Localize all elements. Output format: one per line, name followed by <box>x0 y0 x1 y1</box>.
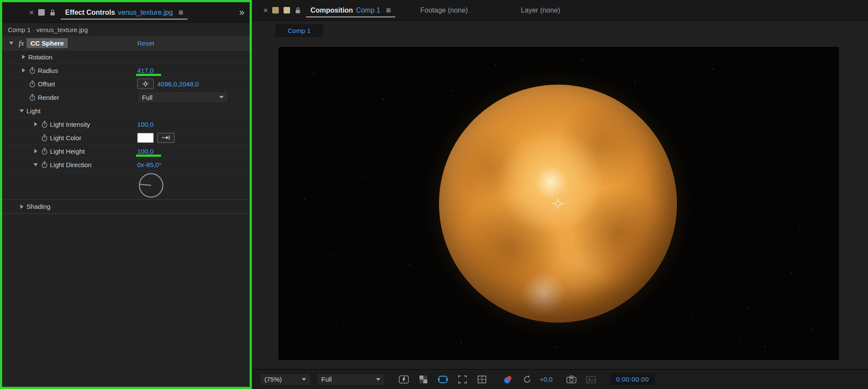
property-row-render: Render Full <box>2 91 250 104</box>
panel-color-swatch-2 <box>284 7 290 13</box>
chevron-right-icon[interactable] <box>32 122 40 126</box>
reset-exposure-icon[interactable] <box>520 373 534 386</box>
chevron-down-icon[interactable] <box>7 42 15 45</box>
mask-visibility-icon[interactable] <box>436 373 450 386</box>
chevron-right-icon[interactable] <box>20 68 27 73</box>
close-panel-icon[interactable]: × <box>263 0 272 20</box>
render-dropdown-wrap: Full <box>137 92 228 103</box>
snapshot-camera-icon[interactable] <box>564 373 578 386</box>
magnification-dropdown[interactable]: (75%) <box>260 373 311 386</box>
magnification-value: (75%) <box>264 376 282 383</box>
property-label: Light Intensity <box>50 121 90 128</box>
starfield <box>278 47 279 48</box>
group-row-shading: Shading <box>2 199 250 214</box>
stopwatch-icon[interactable] <box>27 94 37 101</box>
tab-layer[interactable]: Layer (none) <box>521 0 560 20</box>
property-label: Light Direction <box>50 161 92 168</box>
point-control-icon[interactable] <box>137 79 154 89</box>
light-intensity-value[interactable]: 100,0 <box>137 121 154 128</box>
property-row-light-height: Light Height 100,0 <box>2 145 250 158</box>
fast-previews-button[interactable] <box>397 373 411 386</box>
property-row-light-intensity: Light Intensity 100,0 <box>2 118 250 131</box>
show-snapshot-icon[interactable] <box>584 373 598 386</box>
property-label: Render <box>38 94 59 101</box>
group-label: Light <box>26 107 41 115</box>
light-direction-value[interactable]: 0x-85,0° <box>137 161 162 168</box>
property-label: Light Color <box>50 134 82 142</box>
close-panel-icon[interactable]: × <box>29 2 38 23</box>
stopwatch-icon[interactable] <box>40 161 49 168</box>
composition-frame[interactable] <box>278 47 839 360</box>
composition-panel: × Composition Comp 1 ≡ Footage (none) La… <box>252 0 868 389</box>
effect-controls-panel: × Effect Controls venus_texture.jpg ≡ » … <box>0 0 252 389</box>
tab-document-name: venus_texture.jpg <box>118 9 173 16</box>
render-dropdown[interactable]: Full <box>137 92 228 103</box>
light-height-value-underline <box>136 155 161 157</box>
viewer-tab-comp1[interactable]: Comp 1 <box>275 24 323 37</box>
panel-menu-icon[interactable]: ≡ <box>386 6 391 15</box>
light-color-controls <box>137 133 175 143</box>
chevron-down-icon <box>376 378 380 381</box>
effect-header-cc-sphere: fx CC Sphere Reset <box>2 36 250 50</box>
effect-controls-tabbar: × Effect Controls venus_texture.jpg ≡ » <box>2 2 250 23</box>
eyedropper-icon[interactable] <box>157 133 175 143</box>
tab-overflow-icon[interactable]: » <box>239 7 250 18</box>
property-row-rotation: Rotation <box>2 50 250 64</box>
effect-controls-context: Comp 1 · venus_texture.jpg <box>2 23 250 36</box>
tab-document-name: Comp 1 <box>356 7 380 14</box>
property-row-light-direction: Light Direction 0x-85,0° <box>2 158 250 171</box>
stopwatch-icon[interactable] <box>40 134 49 142</box>
chevron-down-icon[interactable] <box>32 163 40 166</box>
chevron-right-icon[interactable] <box>18 204 26 209</box>
light-height-value[interactable]: 100,0 <box>137 148 154 155</box>
grid-guides-icon[interactable] <box>475 373 489 386</box>
chevron-right-icon[interactable] <box>32 149 40 153</box>
fx-badge-icon[interactable]: fx <box>19 39 24 48</box>
stopwatch-icon[interactable] <box>40 121 49 128</box>
composition-tabbar: × Composition Comp 1 ≡ Footage (none) La… <box>252 0 868 21</box>
light-color-swatch[interactable] <box>137 133 154 143</box>
tab-footage[interactable]: Footage (none) <box>420 0 468 20</box>
property-row-light-color: Light Color <box>2 131 250 145</box>
render-dropdown-value: Full <box>142 94 152 101</box>
lock-icon[interactable] <box>50 2 56 23</box>
radius-value[interactable]: 417,0 <box>137 67 154 74</box>
property-row-offset: Offset 4096,0,2048,0 <box>2 77 250 91</box>
effect-name[interactable]: CC Sphere <box>26 38 68 48</box>
direction-dial[interactable] <box>138 172 164 198</box>
resolution-value: Full <box>321 376 332 383</box>
composition-viewport[interactable] <box>252 37 868 369</box>
chevron-down-icon[interactable] <box>18 109 26 112</box>
group-label: Shading <box>26 203 50 210</box>
stopwatch-icon[interactable] <box>27 67 37 74</box>
composition-toolbar: (75%) Full <box>252 369 868 389</box>
tab-title: Effect Controls <box>65 9 115 16</box>
property-label: Offset <box>38 80 55 88</box>
radius-value-underline <box>136 74 161 76</box>
viewer-tab-strip: Comp 1 <box>252 21 868 37</box>
tab-composition[interactable]: Composition Comp 1 ≡ <box>305 0 396 20</box>
color-channels-icon[interactable] <box>501 373 515 386</box>
anchor-point-icon[interactable] <box>552 198 564 210</box>
reset-effect-link[interactable]: Reset <box>137 40 154 47</box>
exposure-value[interactable]: +0,0 <box>540 376 553 383</box>
chevron-down-icon <box>302 378 306 381</box>
group-row-light: Light <box>2 104 250 118</box>
property-label: Rotation <box>28 53 53 61</box>
chevron-right-icon[interactable] <box>20 55 27 59</box>
resolution-dropdown[interactable]: Full <box>317 373 385 386</box>
lock-icon[interactable] <box>295 0 301 20</box>
tab-title: Composition <box>310 7 353 14</box>
panel-color-swatch <box>38 9 45 16</box>
current-time-display[interactable]: 0:00:00:00 <box>611 373 655 385</box>
panel-menu-icon[interactable]: ≡ <box>178 8 183 17</box>
region-of-interest-icon[interactable] <box>455 373 469 386</box>
tab-effect-controls[interactable]: Effect Controls venus_texture.jpg ≡ <box>60 2 188 23</box>
property-row-radius: Radius 417,0 <box>2 64 250 77</box>
after-effects-window: × Effect Controls venus_texture.jpg ≡ » … <box>0 0 868 389</box>
transparency-grid-icon[interactable] <box>416 373 430 386</box>
panel-color-swatch <box>272 7 279 13</box>
stopwatch-icon[interactable] <box>27 80 37 88</box>
offset-value[interactable]: 4096,0,2048,0 <box>157 80 199 88</box>
stopwatch-icon[interactable] <box>40 148 49 155</box>
